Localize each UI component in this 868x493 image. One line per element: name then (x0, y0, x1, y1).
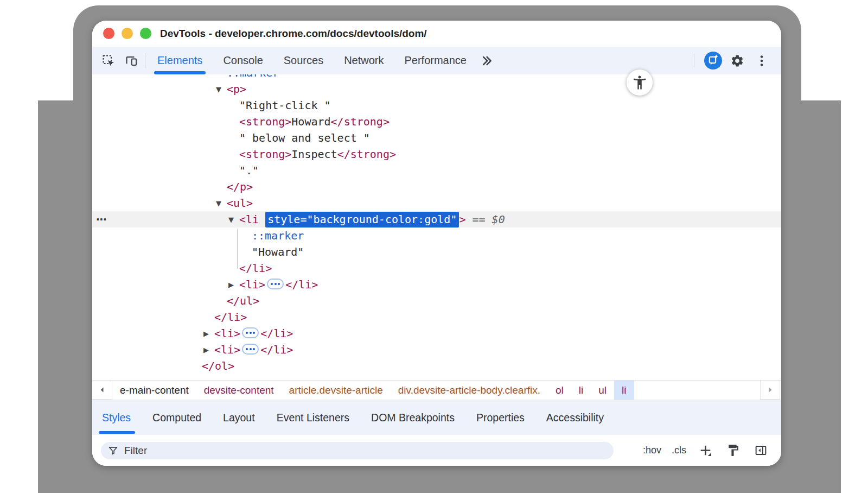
breadcrumb-item[interactable]: ol (548, 381, 571, 400)
tag-token: </strong> (337, 148, 396, 161)
pseudo-element-marker: ::marker (252, 229, 304, 242)
rendering-paint-icon (726, 444, 740, 457)
rendering-paint-icon-button[interactable] (724, 442, 742, 459)
tree-row[interactable]: "." (92, 162, 781, 179)
tab-sources[interactable]: Sources (273, 47, 334, 74)
toggle-sidebar-icon-button[interactable] (752, 442, 769, 459)
tag-token: </li> (285, 278, 318, 291)
dollar-zero-hint: $0 (492, 213, 505, 226)
sidebar-tab-layout[interactable]: Layout (212, 400, 266, 435)
tree-row[interactable]: </p> (92, 179, 781, 195)
more-options-kebab-icon-button[interactable] (753, 52, 770, 69)
breadcrumb-item[interactable]: e-main-content (112, 381, 196, 400)
close-button[interactable] (103, 28, 114, 39)
tree-row[interactable]: ▶<li></li> (92, 325, 781, 342)
collapsed-content-ellipsis-icon[interactable] (242, 327, 259, 338)
tree-row[interactable]: "Howard" (92, 244, 781, 260)
tree-row[interactable]: <strong>Howard</strong> (92, 113, 781, 130)
tree-row[interactable]: ▼<p> (92, 81, 781, 97)
sidebar-tab-computed[interactable]: Computed (142, 400, 212, 435)
tag-token: </li> (260, 343, 293, 356)
tag-token: <li> (239, 278, 265, 291)
zoom-button[interactable] (140, 28, 151, 39)
accessibility-floating-button[interactable] (627, 69, 653, 96)
funnel-filter-icon (107, 445, 119, 456)
tree-row[interactable]: </li> (92, 309, 781, 325)
styles-filter-bar: Filter :hov.cls (92, 435, 781, 466)
breadcrumb-item[interactable]: li (614, 381, 634, 400)
inspect-icon (101, 54, 116, 68)
tag-token: <ul> (227, 197, 253, 210)
tree-row[interactable]: ::marker (92, 74, 781, 81)
tab-network[interactable]: Network (334, 47, 394, 74)
sidebar-tab-accessibility[interactable]: Accessibility (535, 400, 615, 435)
breadcrumb-item[interactable]: div.devsite-article-body.clearfix. (391, 381, 548, 400)
devtools-window: DevTools - developer.chrome.com/docs/dev… (92, 21, 781, 466)
expand-arrow-icon[interactable]: ▼ (216, 195, 227, 212)
breadcrumb-item[interactable]: ul (591, 381, 614, 400)
inspect-icon-button[interactable] (100, 52, 117, 69)
tag-token: </p> (227, 180, 253, 193)
sidebar-tab-styles[interactable]: Styles (92, 400, 142, 435)
sidebar-tab-dom-breakpoints[interactable]: DOM Breakpoints (360, 400, 465, 435)
tab-elements[interactable]: Elements (147, 47, 213, 74)
text-node: Howard (291, 115, 330, 128)
tree-row[interactable]: ▼<ul> (92, 195, 781, 211)
tag-token: <strong> (239, 115, 291, 128)
tree-row[interactable]: " below and select " (92, 130, 781, 146)
filter-input[interactable]: Filter (101, 442, 614, 459)
text-node: "Right-click " (239, 99, 331, 112)
toggle-cls[interactable]: .cls (672, 445, 686, 456)
breadcrumb-scroll-right-button[interactable] (760, 381, 780, 400)
more-tabs-button[interactable] (478, 52, 495, 69)
tree-row[interactable]: ▶<li></li> (92, 342, 781, 358)
tree-row[interactable]: <strong>Inspect</strong> (92, 146, 781, 162)
toolbar-right-divider (694, 54, 694, 67)
expand-arrow-icon[interactable]: ▼ (228, 212, 239, 228)
styles-panel-tabs: StylesComputedLayoutEvent ListenersDOM B… (92, 400, 781, 435)
tab-performance[interactable]: Performance (394, 47, 477, 74)
tree-row[interactable]: </li> (92, 260, 781, 276)
more-options-kebab-icon (755, 54, 769, 68)
settings-gear-icon-button[interactable] (729, 52, 746, 69)
chevron-right-icon (767, 387, 774, 393)
breadcrumb-item[interactable]: article.devsite-article (282, 381, 391, 400)
ai-assistance-icon-button[interactable] (704, 52, 722, 69)
row-overflow-dots[interactable]: ⋯ (96, 211, 107, 227)
ai-assistance-icon (704, 52, 722, 69)
expand-arrow-icon[interactable]: ▼ (216, 81, 227, 98)
tag-token: <strong> (239, 148, 291, 161)
equals-hint: == (465, 213, 492, 226)
tree-row[interactable]: ⋯▼<li style="background-color:gold"> == … (92, 211, 781, 227)
expand-arrow-icon[interactable]: ▶ (203, 326, 214, 342)
breadcrumb-item[interactable]: devsite-content (196, 381, 282, 400)
window-title: DevTools - developer.chrome.com/docs/dev… (160, 21, 427, 47)
breadcrumb-scroll-left-button[interactable] (92, 381, 112, 400)
selected-attribute[interactable]: style="background-color:gold" (265, 212, 459, 227)
tree-row[interactable]: ::marker (92, 227, 781, 244)
tree-row[interactable]: "Right-click " (92, 97, 781, 113)
tree-row[interactable]: ▶<li></li> (92, 276, 781, 293)
breadcrumb-item[interactable]: li (571, 381, 591, 400)
tag-token: </ol> (202, 359, 234, 372)
expand-arrow-icon[interactable]: ▶ (228, 277, 239, 293)
tab-console[interactable]: Console (213, 47, 273, 74)
new-style-rule-plus-icon-button[interactable] (697, 442, 714, 459)
tree-row[interactable]: </ul> (92, 293, 781, 309)
pseudo-element-marker: ::marker (227, 74, 279, 79)
toggle-sidebar-icon (754, 444, 768, 457)
toolbar-right-actions (694, 52, 781, 69)
collapsed-content-ellipsis-icon[interactable] (242, 344, 259, 355)
sidebar-tab-properties[interactable]: Properties (465, 400, 535, 435)
collapsed-content-ellipsis-icon[interactable] (267, 279, 284, 289)
device-toolbar-icon-button[interactable] (123, 52, 140, 69)
tree-indent-guide (237, 229, 238, 269)
text-node: Inspect (291, 148, 337, 161)
devtools-toolbar: ElementsConsoleSourcesNetworkPerformance (92, 47, 781, 74)
expand-arrow-icon[interactable]: ▶ (203, 342, 214, 358)
sidebar-tab-event-listeners[interactable]: Event Listeners (266, 400, 360, 435)
toggle-hov[interactable]: :hov (643, 445, 661, 456)
settings-gear-icon (730, 54, 744, 68)
tree-row[interactable]: </ol> (92, 358, 781, 374)
minimize-button[interactable] (122, 28, 133, 39)
